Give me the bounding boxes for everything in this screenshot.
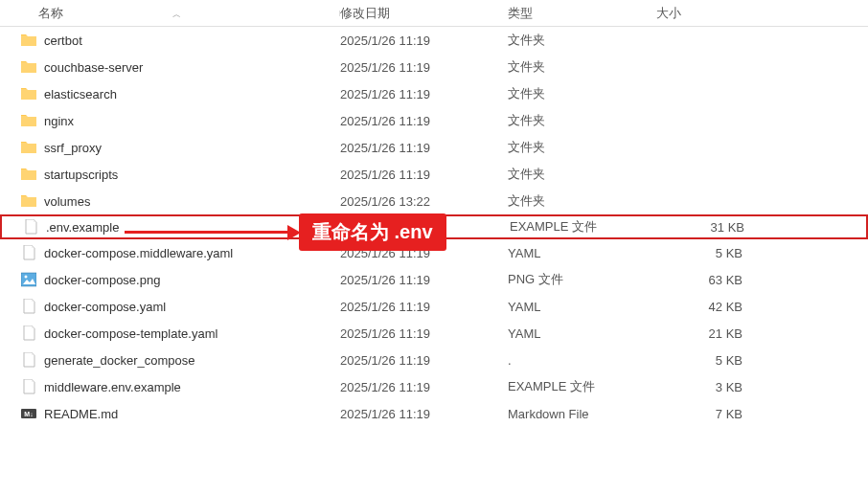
file-size-cell: 63 KB	[656, 273, 781, 287]
file-name-text: elasticsearch	[44, 87, 117, 101]
file-name-cell: docker-compose.yaml	[0, 299, 340, 314]
file-name-cell: generate_docker_compose	[0, 352, 340, 368]
file-type-cell: Markdown File	[508, 407, 656, 421]
file-date-cell: 2025/1/26 11:19	[340, 168, 508, 182]
file-name-cell: M↓README.md	[0, 406, 340, 421]
file-name-text: docker-compose-template.yaml	[44, 326, 217, 341]
file-row[interactable]: couchbase-server2025/1/26 11:19文件夹	[0, 54, 868, 80]
file-type-cell: 文件夹	[508, 58, 656, 76]
file-type-cell: .	[508, 353, 656, 368]
file-name-cell: certbot	[0, 33, 340, 48]
file-size-cell: 5 KB	[656, 353, 781, 368]
file-date-cell: 2025/1/26 11:19	[340, 407, 508, 421]
file-size-cell: 42 KB	[656, 300, 781, 314]
file-name-cell: ssrf_proxy	[0, 140, 340, 155]
file-name-cell: volumes	[0, 193, 340, 209]
column-size-label: 大小	[656, 6, 681, 20]
file-row[interactable]: elasticsearch2025/1/26 11:19文件夹	[0, 80, 868, 107]
column-header-size[interactable]: 大小	[656, 5, 781, 22]
file-name-text: docker-compose.png	[44, 273, 160, 287]
file-type-cell: 文件夹	[508, 32, 656, 49]
file-type-cell: 文件夹	[508, 112, 656, 129]
file-name-text: nginx	[44, 114, 74, 128]
file-date-cell: 2025/1/26 11:19	[340, 60, 508, 75]
file-date-cell: 2025/1/26 11:19	[340, 87, 508, 101]
file-type-cell: 文件夹	[508, 192, 656, 210]
file-date-cell: 2025/1/26 11:19	[340, 273, 508, 287]
file-name-cell: middleware.env.example	[0, 379, 340, 394]
file-type-cell: 文件夹	[508, 85, 656, 102]
file-row[interactable]: generate_docker_compose2025/1/26 11:19.5…	[0, 347, 868, 373]
sort-indicator-icon: ︿	[172, 9, 181, 21]
file-date-cell: 2025/1/26 13:22	[340, 194, 508, 209]
file-icon	[21, 245, 36, 260]
column-header-date[interactable]: 修改日期	[340, 5, 508, 22]
file-row[interactable]: M↓README.md2025/1/26 11:19Markdown File7…	[0, 400, 868, 427]
column-type-label: 类型	[508, 6, 533, 20]
svg-text:M↓: M↓	[24, 411, 33, 417]
file-row[interactable]: volumes2025/1/26 13:22文件夹	[0, 188, 868, 214]
folder-icon	[21, 59, 36, 75]
file-row[interactable]: docker-compose.png2025/1/26 11:19PNG 文件6…	[0, 266, 868, 293]
file-date-cell: 2025/1/26 11:19	[340, 300, 508, 314]
file-name-text: README.md	[44, 407, 118, 421]
folder-icon	[21, 140, 36, 155]
md-icon: M↓	[21, 406, 36, 421]
folder-icon	[21, 167, 36, 182]
file-row[interactable]: ssrf_proxy2025/1/26 11:19文件夹	[0, 134, 868, 161]
file-row[interactable]: startupscripts2025/1/26 11:19文件夹	[0, 161, 868, 188]
annotation-text: 重命名为 .env	[312, 221, 433, 242]
svg-point-1	[25, 276, 28, 279]
file-name-text: volumes	[44, 194, 90, 209]
file-size-cell: 5 KB	[656, 246, 781, 260]
column-name-label: 名称	[38, 5, 63, 22]
file-icon	[21, 299, 36, 314]
file-icon	[23, 219, 38, 235]
folder-icon	[21, 33, 36, 48]
file-name-text: ssrf_proxy	[44, 141, 102, 155]
column-headers: 名称 ︿ 修改日期 类型 大小	[0, 0, 868, 27]
folder-icon	[21, 193, 36, 209]
file-row[interactable]: docker-compose-template.yaml2025/1/26 11…	[0, 320, 868, 347]
file-size-cell: 21 KB	[656, 326, 781, 341]
file-row[interactable]: nginx2025/1/26 11:19文件夹	[0, 107, 868, 134]
column-header-name[interactable]: 名称 ︿	[0, 5, 340, 22]
file-type-cell: 文件夹	[508, 139, 656, 156]
file-icon	[21, 352, 36, 368]
file-name-cell: docker-compose.png	[0, 272, 340, 287]
file-name-text: generate_docker_compose	[44, 353, 195, 368]
file-name-text: couchbase-server	[44, 60, 143, 75]
file-name-text: certbot	[44, 34, 82, 48]
file-type-cell: YAML	[508, 326, 656, 341]
png-icon	[21, 272, 36, 287]
file-type-cell: PNG 文件	[508, 271, 656, 288]
file-size-cell: 31 KB	[658, 220, 783, 235]
column-date-label: 修改日期	[340, 6, 390, 20]
file-name-cell: startupscripts	[0, 167, 340, 182]
file-icon	[21, 326, 36, 341]
file-date-cell: 2025/1/26 11:19	[340, 34, 508, 48]
file-name-text: .env.example	[46, 220, 119, 235]
file-icon	[21, 379, 36, 394]
file-size-cell: 7 KB	[656, 407, 781, 421]
file-name-cell: nginx	[0, 113, 340, 128]
file-row[interactable]: docker-compose.yaml2025/1/26 11:19YAML42…	[0, 293, 868, 320]
file-type-cell: YAML	[508, 300, 656, 314]
file-date-cell: 2025/1/26 11:19	[340, 380, 508, 394]
file-row[interactable]: middleware.env.example2025/1/26 11:19EXA…	[0, 373, 868, 400]
file-name-text: docker-compose.yaml	[44, 300, 166, 314]
annotation-overlay: 重命名为 .env	[125, 213, 446, 251]
column-header-type[interactable]: 类型	[508, 5, 656, 22]
header-divider	[339, 11, 340, 16]
file-name-cell: docker-compose-template.yaml	[0, 326, 340, 341]
folder-icon	[21, 113, 36, 128]
folder-icon	[21, 86, 36, 101]
file-name-cell: elasticsearch	[0, 86, 340, 101]
file-type-cell: EXAMPLE 文件	[510, 218, 658, 236]
file-date-cell: 2025/1/26 11:19	[340, 114, 508, 128]
file-row[interactable]: certbot2025/1/26 11:19文件夹	[0, 27, 868, 54]
file-size-cell: 3 KB	[656, 380, 781, 394]
file-type-cell: 文件夹	[508, 166, 656, 183]
file-name-cell: couchbase-server	[0, 59, 340, 75]
file-name-text: startupscripts	[44, 168, 118, 182]
